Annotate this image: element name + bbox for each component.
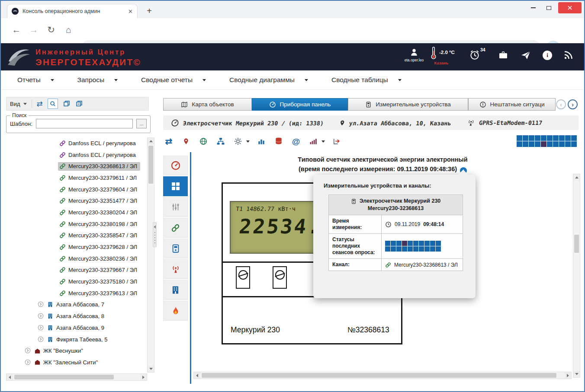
strip-gauge-button[interactable]: [163, 156, 188, 175]
sidebar-vertical-scrollbar[interactable]: [147, 137, 154, 373]
back-icon[interactable]: ←: [10, 25, 22, 35]
forward-icon[interactable]: →: [28, 25, 40, 35]
tree-item[interactable]: Mercury230-32379667 / ЭЛ: [6, 265, 147, 276]
weather-widget[interactable]: [431, 47, 437, 60]
tree-item[interactable]: Азата Аббасова, 9: [6, 322, 147, 334]
tab[interactable]: Приборная панель: [252, 98, 348, 111]
scrollbar-thumb[interactable]: [14, 375, 114, 379]
strip-buildings-button[interactable]: [163, 280, 188, 300]
browser-tab[interactable]: Консоль операционного админ ✕: [7, 4, 138, 18]
panel-splitter-handle[interactable]: [153, 222, 157, 247]
tree-item[interactable]: Азата Аббасова, 7: [6, 299, 147, 311]
chevron-down-icon[interactable]: [246, 140, 250, 143]
new-tab-button[interactable]: +: [144, 5, 155, 16]
info-button[interactable]: [543, 51, 552, 60]
reload-icon[interactable]: ↻: [45, 25, 57, 35]
tree-item[interactable]: Mercury230-32379613 / ЭЛ: [6, 287, 147, 299]
expand-icon[interactable]: [25, 347, 31, 354]
channel-link-icon: [59, 278, 66, 285]
tree-item[interactable]: Mercury230-32358547 / ЭЛ: [6, 230, 147, 242]
tree-item[interactable]: Mercury230-32379611 / ЭЛ: [6, 172, 147, 184]
expand-all-button[interactable]: [63, 100, 71, 108]
menu-item[interactable]: Запросы: [77, 76, 118, 84]
tree-item[interactable]: Danfoss ECL / регулирова: [6, 149, 147, 161]
sync-icon[interactable]: ⇄: [163, 136, 174, 147]
scroll-down-button[interactable]: [148, 366, 154, 372]
export-icon[interactable]: [331, 136, 342, 147]
search-toggle-button[interactable]: [48, 99, 58, 109]
tab[interactable]: Измерительные устройства: [348, 98, 468, 111]
strip-modems-button[interactable]: [163, 259, 188, 279]
scrollbar-thumb[interactable]: [574, 235, 579, 253]
tree-item[interactable]: Mercury230-32351477 / ЭЛ: [6, 195, 147, 207]
mentions-icon[interactable]: @: [290, 136, 302, 147]
strip-parameters-button[interactable]: [163, 197, 188, 217]
expand-icon[interactable]: [25, 359, 31, 366]
expand-icon[interactable]: [38, 301, 44, 308]
scroll-left-button[interactable]: [6, 374, 13, 380]
menu-item[interactable]: Сводные отчеты: [141, 76, 206, 84]
strip-heat-button[interactable]: [163, 301, 188, 321]
tree-item[interactable]: Danfoss ECL / регулирова: [6, 137, 147, 149]
map-marker-icon[interactable]: [180, 136, 192, 147]
tree-item[interactable]: Азата Аббасова, 8: [6, 310, 147, 322]
scroll-left-button[interactable]: [194, 372, 200, 379]
window-minimize-button[interactable]: [526, 3, 540, 13]
scroll-right-button[interactable]: [140, 374, 147, 380]
scroll-right-button[interactable]: [565, 372, 571, 379]
strip-meters-button[interactable]: [163, 176, 188, 196]
menu-item[interactable]: Отчеты: [17, 76, 54, 84]
strip-devices-button[interactable]: [163, 239, 188, 258]
window-close-button[interactable]: [558, 2, 582, 13]
menu-item[interactable]: Сводные таблицы: [331, 76, 402, 84]
messenger-button[interactable]: [520, 50, 531, 61]
template-more-button[interactable]: ...: [136, 119, 147, 128]
scroll-up-button[interactable]: [148, 138, 154, 144]
menu-item[interactable]: Сводные диаграммы: [229, 76, 308, 84]
database-icon[interactable]: [273, 136, 284, 147]
content-vertical-scrollbar[interactable]: [573, 174, 580, 378]
scrollbar-thumb[interactable]: [148, 146, 153, 184]
tree-item[interactable]: Mercury230-32380204 / ЭЛ: [6, 207, 147, 218]
signal-bars-icon[interactable]: [308, 136, 319, 147]
strip-channels-button[interactable]: [163, 218, 188, 238]
alarms-button[interactable]: [469, 49, 480, 61]
scrollbar-thumb[interactable]: [202, 373, 556, 378]
sidebar-horizontal-scrollbar[interactable]: [6, 373, 147, 381]
scroll-up-button[interactable]: [573, 174, 580, 181]
tree-item[interactable]: Mercury230-32380236 / ЭЛ: [6, 253, 147, 265]
tree-item[interactable]: Mercury230-32380198 / ЭЛ: [6, 218, 147, 230]
collapse-all-button[interactable]: [75, 100, 83, 108]
scroll-down-button[interactable]: [573, 371, 580, 377]
globe-icon[interactable]: [198, 136, 209, 147]
tree-item[interactable]: Mercury230-32375180 / ЭЛ: [6, 276, 147, 287]
tab[interactable]: Нештатные ситуаци: [468, 98, 556, 111]
content-horizontal-scrollbar[interactable]: [193, 372, 572, 379]
tree-item[interactable]: ЖК "Залесный Сити": [6, 357, 147, 368]
portfolio-button[interactable]: [498, 50, 509, 61]
expand-icon[interactable]: [38, 325, 44, 331]
tab[interactable]: Карта объектов: [163, 98, 252, 111]
settings-gear-icon[interactable]: [232, 136, 244, 147]
template-input[interactable]: [36, 119, 133, 128]
expand-icon[interactable]: [38, 313, 44, 319]
tree-item[interactable]: Mercury230-32368613 / ЭЛ: [6, 160, 147, 172]
tab-close-icon[interactable]: ✕: [128, 9, 133, 14]
bar-chart-icon[interactable]: [256, 136, 267, 147]
home-icon[interactable]: ⌂: [62, 25, 74, 35]
user-menu[interactable]: eta.oper.leo: [402, 48, 426, 62]
subscriptions-button[interactable]: [563, 50, 574, 60]
tree-item[interactable]: Mercury230-32379628 / ЭЛ: [6, 241, 147, 253]
chevron-down-icon[interactable]: [321, 140, 325, 143]
tree-item[interactable]: ЖК "Веснушки": [6, 345, 147, 357]
expand-icon[interactable]: [38, 336, 44, 343]
structure-icon[interactable]: [215, 136, 226, 147]
tree-item[interactable]: Mercury230-32379604 / ЭЛ: [6, 184, 147, 195]
tree-item[interactable]: Фикрята Табеева, 5: [6, 334, 147, 345]
window-maximize-button[interactable]: [542, 3, 556, 13]
temperature-value: -2.0 °C: [439, 50, 455, 55]
tabs-scroll-right-button[interactable]: ›: [568, 99, 578, 109]
tabs-scroll-left-button[interactable]: ‹: [556, 99, 566, 109]
view-dropdown[interactable]: Вид: [10, 101, 27, 107]
refresh-tree-icon[interactable]: ⇄: [37, 100, 43, 108]
